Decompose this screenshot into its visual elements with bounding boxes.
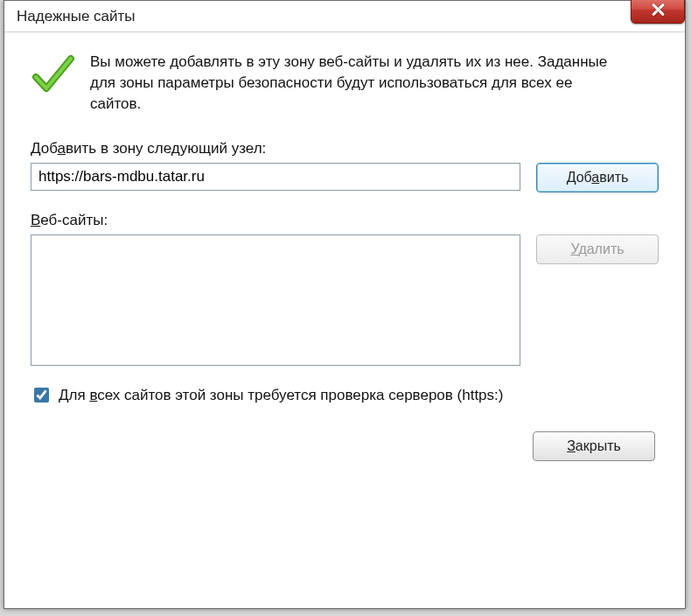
dialog-footer: Закрыть xyxy=(31,431,659,461)
websites-row: Удалить xyxy=(31,234,659,366)
require-https-checkbox[interactable] xyxy=(34,388,49,402)
window-close-button[interactable] xyxy=(631,0,685,24)
intro-text: Вы можете добавлять в эту зону веб-сайты… xyxy=(90,52,615,114)
https-check-row: Для всех сайтов этой зоны требуется пров… xyxy=(31,385,659,405)
add-site-row: Добавить xyxy=(31,163,659,192)
require-https-label[interactable]: Для всех сайтов этой зоны требуется пров… xyxy=(59,387,503,404)
dialog-content: Вы можете добавлять в эту зону веб-сайты… xyxy=(4,32,685,477)
checkmark-icon xyxy=(31,53,74,97)
titlebar: Надежные сайты xyxy=(4,1,685,32)
window-title: Надежные сайты xyxy=(17,8,136,24)
add-site-label: Добавить в зону следующий узел: xyxy=(31,140,659,158)
add-button[interactable]: Добавить xyxy=(536,163,659,192)
remove-button: Удалить xyxy=(536,234,659,264)
close-icon xyxy=(651,3,665,17)
websites-label: Веб-сайты: xyxy=(31,212,659,229)
trusted-sites-dialog: Надежные сайты Вы можете добавлять в эту… xyxy=(3,0,686,609)
intro-row: Вы можете добавлять в эту зону веб-сайты… xyxy=(31,52,659,114)
websites-listbox[interactable] xyxy=(31,234,520,366)
close-button[interactable]: Закрыть xyxy=(533,431,655,461)
add-site-input[interactable] xyxy=(31,163,520,191)
